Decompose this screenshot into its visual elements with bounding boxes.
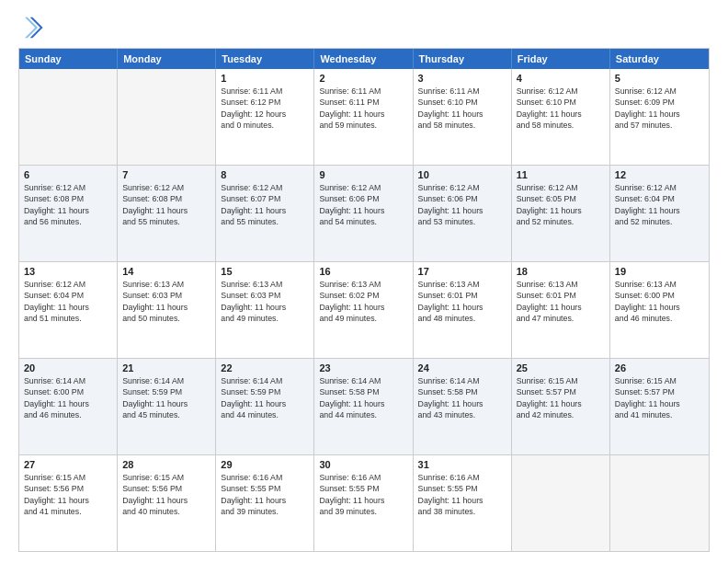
day-info: Sunrise: 6:12 AM Sunset: 6:04 PM Dayligh… [615, 182, 704, 227]
week-row-3: 13Sunrise: 6:12 AM Sunset: 6:04 PM Dayli… [19, 261, 709, 358]
day-info: Sunrise: 6:13 AM Sunset: 6:03 PM Dayligh… [122, 279, 210, 324]
day-cell-15: 15Sunrise: 6:13 AM Sunset: 6:03 PM Dayli… [216, 262, 314, 358]
day-info: Sunrise: 6:12 AM Sunset: 6:09 PM Dayligh… [615, 86, 704, 131]
header-day-friday: Friday [512, 49, 610, 69]
day-number: 12 [615, 169, 704, 180]
day-number: 19 [615, 266, 704, 277]
day-cell-11: 11Sunrise: 6:12 AM Sunset: 6:05 PM Dayli… [512, 166, 610, 261]
day-info: Sunrise: 6:13 AM Sunset: 6:00 PM Dayligh… [615, 279, 704, 324]
day-cell-13: 13Sunrise: 6:12 AM Sunset: 6:04 PM Dayli… [19, 262, 118, 358]
header-day-sunday: Sunday [19, 49, 118, 69]
day-cell-12: 12Sunrise: 6:12 AM Sunset: 6:04 PM Dayli… [610, 166, 709, 261]
logo [18, 15, 48, 40]
empty-cell [19, 69, 118, 165]
week-row-4: 20Sunrise: 6:14 AM Sunset: 6:00 PM Dayli… [19, 358, 709, 454]
day-cell-27: 27Sunrise: 6:15 AM Sunset: 5:56 PM Dayli… [19, 455, 118, 551]
day-cell-1: 1Sunrise: 6:11 AM Sunset: 6:12 PM Daylig… [216, 69, 314, 165]
day-cell-8: 8Sunrise: 6:12 AM Sunset: 6:07 PM Daylig… [216, 166, 314, 261]
empty-cell [610, 455, 709, 551]
day-number: 31 [418, 459, 506, 470]
week-row-1: 1Sunrise: 6:11 AM Sunset: 6:12 PM Daylig… [19, 69, 709, 165]
day-number: 5 [615, 73, 704, 84]
page: SundayMondayTuesdayWednesdayThursdayFrid… [0, 0, 728, 563]
day-info: Sunrise: 6:12 AM Sunset: 6:06 PM Dayligh… [418, 182, 506, 227]
day-info: Sunrise: 6:15 AM Sunset: 5:56 PM Dayligh… [122, 472, 210, 517]
day-cell-20: 20Sunrise: 6:14 AM Sunset: 6:00 PM Dayli… [19, 359, 118, 454]
calendar-header: SundayMondayTuesdayWednesdayThursdayFrid… [19, 49, 709, 69]
day-info: Sunrise: 6:11 AM Sunset: 6:11 PM Dayligh… [319, 86, 407, 131]
day-number: 8 [221, 169, 309, 180]
day-info: Sunrise: 6:12 AM Sunset: 6:10 PM Dayligh… [517, 86, 605, 131]
day-info: Sunrise: 6:16 AM Sunset: 5:55 PM Dayligh… [221, 472, 309, 517]
day-cell-30: 30Sunrise: 6:16 AM Sunset: 5:55 PM Dayli… [314, 455, 413, 551]
day-info: Sunrise: 6:16 AM Sunset: 5:55 PM Dayligh… [319, 472, 407, 517]
day-info: Sunrise: 6:15 AM Sunset: 5:57 PM Dayligh… [615, 375, 704, 420]
day-number: 21 [122, 362, 210, 373]
day-cell-18: 18Sunrise: 6:13 AM Sunset: 6:01 PM Dayli… [512, 262, 610, 358]
day-cell-5: 5Sunrise: 6:12 AM Sunset: 6:09 PM Daylig… [610, 69, 709, 165]
day-cell-24: 24Sunrise: 6:14 AM Sunset: 5:58 PM Dayli… [414, 359, 512, 454]
day-cell-28: 28Sunrise: 6:15 AM Sunset: 5:56 PM Dayli… [118, 455, 216, 551]
day-info: Sunrise: 6:12 AM Sunset: 6:08 PM Dayligh… [122, 182, 210, 227]
day-number: 20 [24, 362, 112, 373]
day-info: Sunrise: 6:13 AM Sunset: 6:02 PM Dayligh… [319, 279, 407, 324]
day-info: Sunrise: 6:13 AM Sunset: 6:03 PM Dayligh… [221, 279, 309, 324]
header-day-monday: Monday [118, 49, 216, 69]
day-info: Sunrise: 6:12 AM Sunset: 6:07 PM Dayligh… [221, 182, 309, 227]
header-day-saturday: Saturday [610, 49, 709, 69]
day-info: Sunrise: 6:16 AM Sunset: 5:55 PM Dayligh… [418, 472, 506, 517]
week-row-5: 27Sunrise: 6:15 AM Sunset: 5:56 PM Dayli… [19, 454, 709, 551]
day-cell-23: 23Sunrise: 6:14 AM Sunset: 5:58 PM Dayli… [314, 359, 413, 454]
day-info: Sunrise: 6:14 AM Sunset: 5:59 PM Dayligh… [221, 375, 309, 420]
day-cell-14: 14Sunrise: 6:13 AM Sunset: 6:03 PM Dayli… [118, 262, 216, 358]
day-number: 2 [319, 73, 407, 84]
day-info: Sunrise: 6:15 AM Sunset: 5:57 PM Dayligh… [517, 375, 605, 420]
day-info: Sunrise: 6:13 AM Sunset: 6:01 PM Dayligh… [418, 279, 506, 324]
day-number: 14 [122, 266, 210, 277]
day-number: 17 [418, 266, 506, 277]
day-cell-3: 3Sunrise: 6:11 AM Sunset: 6:10 PM Daylig… [414, 69, 512, 165]
day-info: Sunrise: 6:14 AM Sunset: 6:00 PM Dayligh… [24, 375, 112, 420]
logo-icon [18, 15, 44, 40]
day-number: 3 [418, 73, 506, 84]
day-number: 7 [122, 169, 210, 180]
day-cell-6: 6Sunrise: 6:12 AM Sunset: 6:08 PM Daylig… [19, 166, 118, 261]
day-info: Sunrise: 6:12 AM Sunset: 6:06 PM Dayligh… [319, 182, 407, 227]
day-number: 6 [24, 169, 112, 180]
day-info: Sunrise: 6:13 AM Sunset: 6:01 PM Dayligh… [517, 279, 605, 324]
day-number: 16 [319, 266, 407, 277]
day-cell-19: 19Sunrise: 6:13 AM Sunset: 6:00 PM Dayli… [610, 262, 709, 358]
day-info: Sunrise: 6:12 AM Sunset: 6:08 PM Dayligh… [24, 182, 112, 227]
day-number: 28 [122, 459, 210, 470]
week-row-2: 6Sunrise: 6:12 AM Sunset: 6:08 PM Daylig… [19, 165, 709, 261]
day-number: 23 [319, 362, 407, 373]
day-cell-17: 17Sunrise: 6:13 AM Sunset: 6:01 PM Dayli… [414, 262, 512, 358]
day-number: 22 [221, 362, 309, 373]
day-info: Sunrise: 6:15 AM Sunset: 5:56 PM Dayligh… [24, 472, 112, 517]
calendar: SundayMondayTuesdayWednesdayThursdayFrid… [18, 48, 710, 552]
calendar-body: 1Sunrise: 6:11 AM Sunset: 6:12 PM Daylig… [19, 69, 709, 551]
day-cell-22: 22Sunrise: 6:14 AM Sunset: 5:59 PM Dayli… [216, 359, 314, 454]
day-cell-31: 31Sunrise: 6:16 AM Sunset: 5:55 PM Dayli… [414, 455, 512, 551]
day-number: 10 [418, 169, 506, 180]
day-number: 24 [418, 362, 506, 373]
day-info: Sunrise: 6:14 AM Sunset: 5:58 PM Dayligh… [418, 375, 506, 420]
header-day-wednesday: Wednesday [314, 49, 413, 69]
day-number: 9 [319, 169, 407, 180]
day-number: 26 [615, 362, 704, 373]
empty-cell [118, 69, 216, 165]
day-number: 29 [221, 459, 309, 470]
day-info: Sunrise: 6:12 AM Sunset: 6:04 PM Dayligh… [24, 279, 112, 324]
day-cell-7: 7Sunrise: 6:12 AM Sunset: 6:08 PM Daylig… [118, 166, 216, 261]
day-info: Sunrise: 6:14 AM Sunset: 5:59 PM Dayligh… [122, 375, 210, 420]
svg-marker-1 [25, 17, 38, 38]
day-number: 4 [517, 73, 605, 84]
empty-cell [512, 455, 610, 551]
day-cell-10: 10Sunrise: 6:12 AM Sunset: 6:06 PM Dayli… [414, 166, 512, 261]
header-day-tuesday: Tuesday [216, 49, 314, 69]
day-info: Sunrise: 6:12 AM Sunset: 6:05 PM Dayligh… [517, 182, 605, 227]
day-number: 27 [24, 459, 112, 470]
day-cell-2: 2Sunrise: 6:11 AM Sunset: 6:11 PM Daylig… [314, 69, 413, 165]
day-number: 25 [517, 362, 605, 373]
day-info: Sunrise: 6:11 AM Sunset: 6:10 PM Dayligh… [418, 86, 506, 131]
